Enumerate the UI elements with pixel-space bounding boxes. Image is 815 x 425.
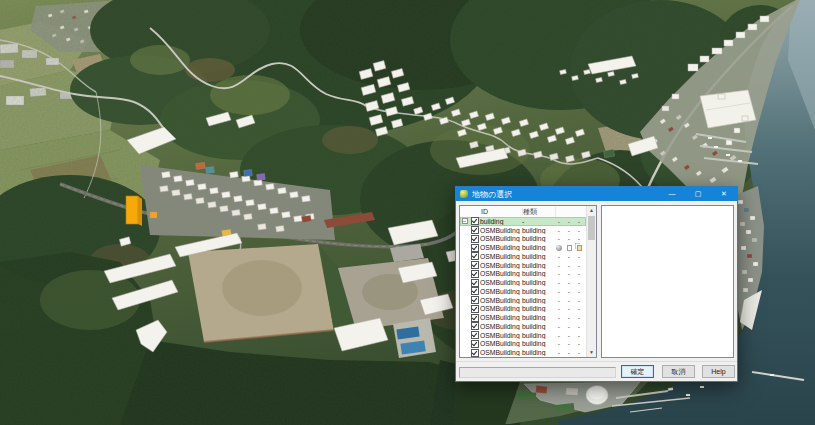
sphere-icon[interactable] (556, 245, 562, 251)
checkbox-cell (469, 244, 480, 252)
checkbox-cell (469, 235, 480, 243)
cell-extra: - (564, 253, 574, 260)
table-row[interactable]: OSMBuilding_8building--- (460, 287, 586, 296)
checkbox-cell (469, 322, 480, 330)
row-checkbox[interactable] (471, 331, 479, 339)
row-checkbox[interactable] (471, 279, 479, 287)
cell-extra (574, 244, 584, 251)
cell-type: building (522, 244, 554, 251)
checkbox-cell (469, 270, 480, 278)
cell-extra: - (564, 279, 574, 286)
cell-id: OSMBuilding_8 (480, 288, 522, 295)
cell-type: building (522, 262, 554, 269)
scroll-thumb[interactable] (588, 216, 595, 240)
minimize-icon[interactable]: — (659, 187, 685, 201)
cell-type: - (522, 218, 554, 225)
row-checkbox[interactable] (471, 244, 479, 252)
table-row[interactable]: OSMBuilding_15building--- (460, 348, 586, 357)
checkbox-cell (469, 340, 480, 348)
cell-extra: - (574, 332, 584, 339)
cell-extra: - (574, 218, 584, 225)
row-checkbox[interactable] (471, 235, 479, 243)
cell-extra: - (554, 253, 564, 260)
table-row[interactable]: OSMBuilding_1building--- (460, 226, 586, 235)
cell-id: OSMBuilding_2 (480, 235, 522, 242)
table-row[interactable]: OSMBuilding_13building--- (460, 331, 586, 340)
cell-extra: - (554, 314, 564, 321)
table-row[interactable]: OSMBuilding_12building--- (460, 322, 586, 331)
row-checkbox[interactable] (471, 305, 479, 313)
highlighted-building[interactable] (126, 196, 142, 226)
cell-id: OSMBuilding_14 (480, 340, 522, 347)
checkbox-cell (469, 279, 480, 287)
row-checkbox[interactable] (471, 322, 479, 330)
checkbox-cell (469, 287, 480, 295)
cell-extra: - (574, 305, 584, 312)
table-row[interactable]: OSMBuilding_10building--- (460, 305, 586, 314)
cell-id: OSMBuilding_13 (480, 332, 522, 339)
table-row[interactable]: OSMBuilding_2building--- (460, 235, 586, 244)
cell-type: building (522, 340, 554, 347)
cell-extra: - (564, 288, 574, 295)
table-row[interactable]: OSMBuilding_9building--- (460, 296, 586, 305)
cell-extra: - (574, 323, 584, 330)
list-scrollbar[interactable]: ▲ ▼ (586, 206, 596, 357)
table-row[interactable]: −building---- (460, 217, 586, 226)
maximize-icon[interactable]: ▢ (685, 187, 711, 201)
cancel-button[interactable]: 取消 (662, 365, 695, 378)
scroll-up-icon[interactable]: ▲ (587, 206, 596, 215)
dialog-title: 地物の選択 (472, 189, 512, 200)
cell-extra: - (554, 332, 564, 339)
row-checkbox[interactable] (471, 261, 479, 269)
row-checkbox[interactable] (471, 296, 479, 304)
row-checkbox[interactable] (471, 314, 479, 322)
dialog-titlebar[interactable]: 地物の選択 — ▢ ✕ (456, 187, 737, 201)
row-checkbox[interactable] (471, 340, 479, 348)
column-header-type[interactable]: 種類 (523, 207, 556, 217)
cell-extra: - (574, 253, 584, 260)
cell-extra: - (564, 305, 574, 312)
row-checkbox[interactable] (471, 349, 479, 357)
column-header-id[interactable]: ID (481, 208, 523, 215)
row-checkbox[interactable] (471, 252, 479, 260)
table-row[interactable]: OSMBuilding_3building (460, 243, 586, 252)
cell-type: building (522, 323, 554, 330)
cell-type: building (522, 253, 554, 260)
feature-list-panel: ID 種類 −building----OSMBuilding_1building… (459, 205, 597, 358)
cell-extra: - (564, 235, 574, 242)
help-button[interactable]: Help (702, 365, 735, 378)
cell-id: OSMBuilding_5 (480, 262, 522, 269)
cell-id: OSMBuilding_7 (480, 279, 522, 286)
checkbox-cell (469, 331, 480, 339)
row-checkbox[interactable] (471, 270, 479, 278)
row-checkbox[interactable] (471, 287, 479, 295)
table-row[interactable]: OSMBuilding_6building--- (460, 270, 586, 279)
checkbox-cell (469, 305, 480, 313)
cell-extra: - (564, 262, 574, 269)
checkbox-cell (469, 261, 480, 269)
page-icon[interactable] (567, 245, 572, 252)
cell-type: building (522, 349, 554, 356)
collapse-icon[interactable]: − (462, 218, 468, 224)
status-field (459, 367, 616, 378)
table-row[interactable]: OSMBuilding_11building--- (460, 313, 586, 322)
cell-extra: - (564, 332, 574, 339)
close-icon[interactable]: ✕ (711, 187, 737, 201)
table-row[interactable]: OSMBuilding_14building--- (460, 340, 586, 349)
scroll-down-icon[interactable]: ▼ (587, 348, 596, 357)
cell-extra: - (564, 297, 574, 304)
confirm-button[interactable]: 確定 (621, 365, 654, 378)
table-row[interactable]: OSMBuilding_4building--- (460, 252, 586, 261)
row-checkbox[interactable] (471, 217, 479, 225)
cell-extra: - (574, 314, 584, 321)
copy-icon[interactable] (577, 245, 582, 252)
separator (456, 361, 737, 362)
cell-extra: - (574, 262, 584, 269)
cell-id: OSMBuilding_12 (480, 323, 522, 330)
checkbox-cell (469, 314, 480, 322)
cell-extra: - (554, 340, 564, 347)
red-roof-building (536, 385, 548, 393)
table-row[interactable]: OSMBuilding_7building--- (460, 278, 586, 287)
table-row[interactable]: OSMBuilding_5building--- (460, 261, 586, 270)
row-checkbox[interactable] (471, 226, 479, 234)
